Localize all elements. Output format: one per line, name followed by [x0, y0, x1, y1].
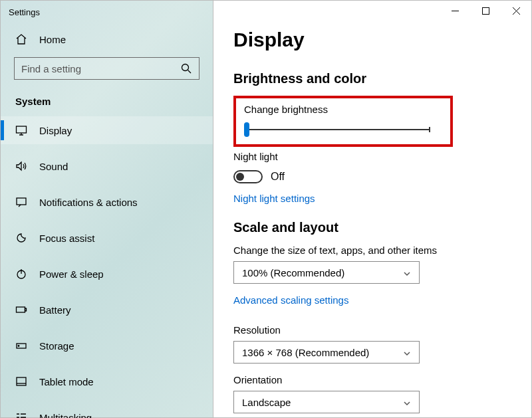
resolution-dropdown[interactable]: 1366 × 768 (Recommended): [233, 341, 420, 364]
home-label: Home: [39, 34, 66, 45]
sidebar-item-storage[interactable]: Storage: [1, 332, 213, 360]
scale-dropdown[interactable]: 100% (Recommended): [233, 261, 420, 284]
advanced-scaling-link[interactable]: Advanced scaling settings: [233, 294, 348, 306]
sidebar-item-label: Sound: [39, 161, 68, 172]
sidebar-item-label: Focus assist: [39, 233, 94, 244]
display-icon: [15, 124, 27, 136]
svg-rect-1: [17, 126, 27, 133]
sidebar-item-label: Battery: [39, 304, 71, 316]
orientation-dropdown[interactable]: Landscape: [233, 391, 420, 413]
home-button[interactable]: Home: [1, 23, 213, 57]
night-light-toggle[interactable]: [233, 170, 263, 183]
night-light-settings-link[interactable]: Night light settings: [233, 193, 315, 204]
scale-label: Change the size of text, apps, and other…: [233, 245, 531, 261]
brightness-label: Change brightness: [244, 104, 442, 120]
power-icon: [15, 268, 27, 280]
sound-icon: [15, 160, 27, 172]
notifications-icon: [15, 196, 27, 208]
minimize-button[interactable]: [440, 1, 470, 21]
sidebar-item-display[interactable]: Display: [1, 116, 213, 144]
resolution-group: Resolution 1366 × 768 (Recommended): [233, 324, 531, 364]
svg-rect-9: [482, 7, 489, 14]
window-title: Settings: [1, 1, 213, 23]
sidebar-item-sound[interactable]: Sound: [1, 152, 213, 180]
sidebar-item-tablet-mode[interactable]: Tablet mode: [1, 367, 213, 395]
search-input[interactable]: [14, 57, 200, 80]
sidebar-item-battery[interactable]: Battery: [1, 296, 213, 324]
tablet-icon: [15, 375, 27, 387]
orientation-value: Landscape: [242, 397, 291, 408]
svg-rect-5: [25, 308, 27, 311]
scale-group: Change the size of text, apps, and other…: [233, 245, 531, 284]
sidebar-item-label: Multitasking: [39, 412, 92, 419]
chevron-down-icon: [403, 348, 411, 356]
brightness-highlight: Change brightness: [233, 96, 453, 147]
svg-point-0: [182, 64, 189, 71]
resolution-label: Resolution: [233, 324, 531, 341]
chevron-down-icon: [403, 398, 411, 406]
scale-value: 100% (Recommended): [242, 267, 344, 278]
sidebar-nav: Display Sound Notifications & actions Fo…: [1, 116, 213, 418]
svg-rect-4: [17, 307, 25, 312]
sidebar-item-label: Display: [39, 125, 72, 136]
sidebar-item-notifications[interactable]: Notifications & actions: [1, 188, 213, 216]
brightness-slider[interactable]: [244, 123, 430, 136]
main-panel: Display Brightness and color Change brig…: [213, 1, 531, 417]
sidebar-item-power-sleep[interactable]: Power & sleep: [1, 260, 213, 288]
svg-rect-8: [17, 377, 26, 385]
search-container: [1, 57, 213, 90]
sidebar: Settings Home System Display So: [1, 1, 213, 417]
scale-section-title: Scale and layout: [233, 216, 531, 245]
svg-point-7: [18, 346, 19, 347]
storage-icon: [15, 340, 27, 352]
search-icon: [180, 62, 192, 74]
slider-thumb[interactable]: [244, 122, 249, 137]
maximize-button[interactable]: [470, 1, 501, 21]
sidebar-item-label: Power & sleep: [39, 268, 104, 280]
home-icon: [15, 33, 27, 45]
close-button[interactable]: [501, 1, 531, 21]
sidebar-item-multitasking[interactable]: Multitasking: [1, 403, 213, 418]
svg-rect-2: [17, 198, 26, 205]
sidebar-item-label: Storage: [39, 340, 74, 352]
sidebar-item-focus-assist[interactable]: Focus assist: [1, 224, 213, 252]
focus-assist-icon: [15, 232, 27, 244]
orientation-group: Orientation Landscape: [233, 374, 531, 413]
resolution-value: 1366 × 768 (Recommended): [242, 347, 369, 358]
night-light-label: Night light: [233, 151, 531, 167]
sidebar-item-label: Tablet mode: [39, 376, 94, 387]
brightness-section-title: Brightness and color: [233, 67, 531, 96]
night-light-state: Off: [271, 171, 285, 183]
multitasking-icon: [15, 411, 27, 418]
search-field[interactable]: [21, 63, 180, 74]
sidebar-item-label: Notifications & actions: [39, 197, 138, 208]
battery-icon: [15, 304, 27, 316]
window-controls: [440, 1, 531, 21]
chevron-down-icon: [403, 268, 411, 276]
settings-window: Settings Home System Display So: [0, 0, 532, 418]
sidebar-section-title: System: [1, 90, 213, 116]
night-light-group: Night light Off: [233, 151, 531, 183]
orientation-label: Orientation: [233, 374, 531, 391]
slider-track-line: [244, 129, 430, 130]
